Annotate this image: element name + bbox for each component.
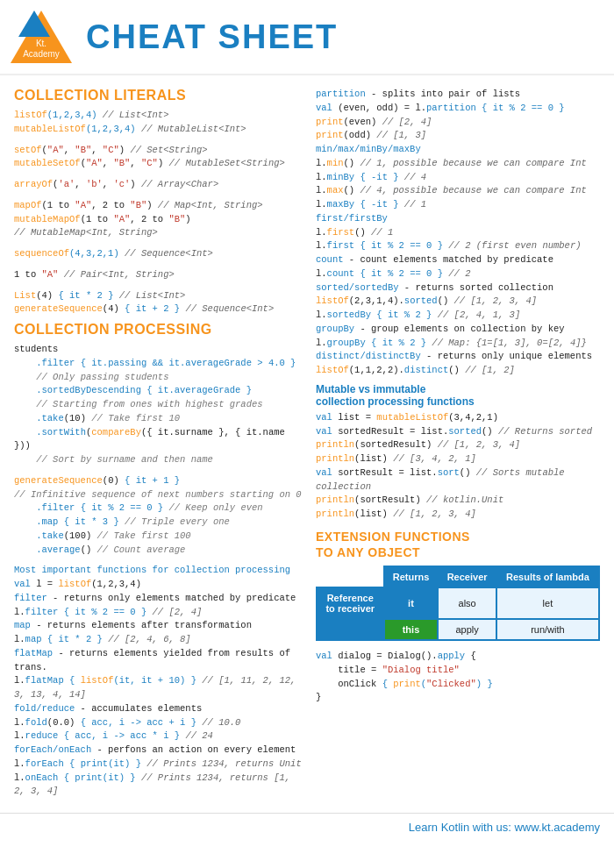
table-row2-col3: run/with [496, 619, 599, 640]
table-col-lambda: Results of lambda [496, 566, 599, 587]
table-col-receiver: Receiver [438, 566, 496, 587]
mutable-code: val list = mutableListOf(3,4,2,1) val so… [316, 411, 600, 522]
main-content: COLLECTION LITERALS listOf(1,2,3,4) // L… [0, 75, 614, 804]
logo-line2: Academy [11, 49, 72, 60]
logo-text: Kt. Academy [11, 39, 72, 60]
right-top-code: partition - splits into pair of lists va… [316, 88, 600, 378]
footer: Learn Kotlin with us: www.kt.academy [0, 813, 614, 841]
logo-triangle-blue [18, 11, 50, 37]
ext-table: Returns Receiver Results of lambda Refer… [316, 566, 600, 641]
left-column: COLLECTION LITERALS listOf(1,2,3,4) // L… [14, 88, 303, 804]
table-col-returns: Returns [384, 566, 439, 587]
dialog-code: val dialog = Dialog().apply { title = "D… [316, 650, 600, 705]
mutable-subtitle: Mutable vs immutable collection processi… [316, 383, 600, 408]
logo-line1: Kt. [11, 39, 72, 49]
table-empty-header [317, 566, 384, 587]
table-row2-header [317, 619, 384, 640]
header: Kt. Academy CHEAT SHEET [0, 0, 614, 75]
table-row2-col2: apply [438, 619, 496, 640]
table-row1-label: it [384, 587, 439, 619]
page-title: CHEAT SHEET [86, 18, 338, 56]
literals-code: listOf(1,2,3,4) // List<Int> mutableList… [14, 109, 303, 317]
ext-functions-title: EXTENSION FUNCTIONSTO ANY OBJECT [316, 529, 600, 560]
section-literals-title: COLLECTION LITERALS [14, 88, 303, 103]
footer-text: Learn Kotlin with us: www.kt.academy [409, 821, 600, 834]
section-processing-title: COLLECTION PROCESSING [14, 322, 303, 338]
table-row2-label: this [384, 619, 439, 640]
table-row-header: Referenceto receiver [317, 587, 384, 619]
right-column: partition - splits into pair of lists va… [316, 88, 600, 804]
table-row1-col3: let [496, 587, 599, 619]
logo: Kt. Academy [11, 11, 72, 63]
processing-code: students .filter { it.passing && it.aver… [14, 343, 303, 799]
table-row1-col2: also [438, 587, 496, 619]
